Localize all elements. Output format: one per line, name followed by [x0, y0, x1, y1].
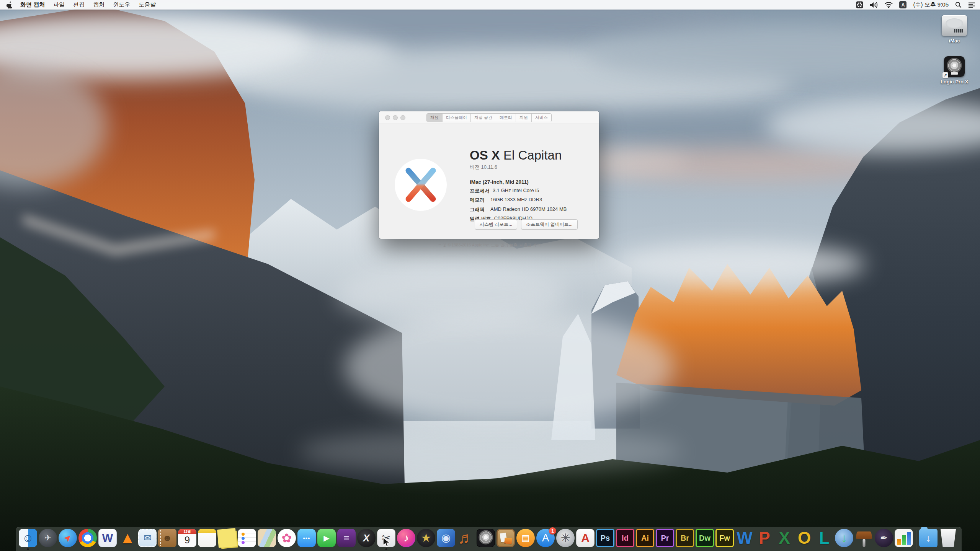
dock-excel[interactable]: X	[775, 529, 794, 550]
downloads-folder-icon: ↓	[919, 529, 938, 547]
window-body: OS X El Capitan 버전 10.11.6 iMac (27-inch…	[379, 124, 599, 239]
dreamweaver-glyph: Dw	[699, 534, 710, 542]
dock-chrome[interactable]	[78, 529, 97, 550]
os-version: 버전 10.11.6	[470, 164, 592, 171]
itunes-icon: ♪	[397, 529, 415, 547]
dock-pages[interactable]: ✒	[874, 529, 893, 550]
tab-overview[interactable]: 개요	[427, 114, 443, 122]
dock-lync[interactable]: L	[815, 529, 834, 550]
dock-photos[interactable]: ✿	[277, 529, 296, 550]
tab-storage[interactable]: 저장 공간	[471, 114, 496, 122]
dock-garageband[interactable]: ♬	[456, 529, 475, 550]
dock-indesign[interactable]: Id	[616, 529, 635, 550]
dock-premiere[interactable]: Pr	[655, 529, 675, 550]
volume-menu-icon[interactable]	[870, 2, 878, 8]
launchpad-glyph: ✈	[44, 534, 51, 542]
mac-model: iMac (27-inch, Mid 2011)	[470, 179, 592, 185]
tab-memory[interactable]: 메모리	[496, 114, 516, 122]
dock-dreamweaver[interactable]: Dw	[695, 529, 714, 550]
mail-icon: ✉	[138, 529, 157, 547]
desktop-icon-imac-hd[interactable]: iMac	[933, 15, 975, 44]
notification-center-menu-icon[interactable]	[968, 2, 975, 8]
dock-stickies[interactable]	[217, 529, 237, 550]
dock-app-store[interactable]: A1	[536, 529, 555, 550]
dock-system-preferences[interactable]: ✳	[556, 529, 575, 550]
dock-keynote[interactable]	[854, 529, 874, 550]
dock-bridge[interactable]: Br	[675, 529, 694, 550]
zoom-button[interactable]	[400, 115, 405, 120]
dock-fireworks[interactable]: Fw	[715, 529, 734, 550]
acrobat-reader-icon: A	[576, 529, 595, 547]
menu-app-name[interactable]: 화면 캡처	[16, 1, 49, 8]
dock-toast[interactable]: ≡	[337, 529, 356, 550]
garageband-glyph: ♬	[458, 530, 474, 546]
desktop-icon-logic-pro-x[interactable]: ➚ Logic Pro X	[933, 56, 975, 85]
contacts-icon: ☻	[158, 529, 176, 547]
pages-icon: ✒	[875, 529, 893, 547]
bridge-glyph: Br	[681, 534, 689, 542]
tab-support[interactable]: 지원	[516, 114, 532, 122]
dock-calendar[interactable]: 912월	[178, 529, 197, 550]
menu-window[interactable]: 윈도우	[109, 1, 134, 8]
imovie-icon: ★	[417, 529, 435, 547]
system-preferences-icon: ✳	[556, 529, 575, 547]
menu-file[interactable]: 파일	[49, 1, 69, 8]
tab-service[interactable]: 서비스	[532, 114, 551, 122]
menu-edit[interactable]: 편집	[69, 1, 89, 8]
dock-trash[interactable]	[939, 529, 958, 550]
dock-itunes[interactable]: ♪	[397, 529, 416, 550]
dock-vlc[interactable]: ▲	[118, 529, 137, 550]
dock-idvd[interactable]: ◉	[436, 529, 456, 550]
dock-powerpoint[interactable]: P	[755, 529, 774, 550]
software-update-button[interactable]: 소프트웨어 업데이트...	[521, 219, 577, 230]
dock-mail[interactable]: ✉	[138, 529, 157, 550]
screen-recorder-menu-icon[interactable]	[856, 1, 863, 8]
dock-contacts[interactable]: ☻	[158, 529, 177, 550]
menu-capture[interactable]: 캡처	[89, 1, 109, 8]
dock-acrobat-reader[interactable]: A	[576, 529, 595, 550]
dock-illustrator[interactable]: Ai	[635, 529, 655, 550]
dock-logic-pro[interactable]	[476, 529, 495, 550]
fireworks-icon: Fw	[715, 529, 734, 547]
apple-menu[interactable]	[5, 1, 14, 9]
tab-displays[interactable]: 디스플레이	[443, 114, 471, 122]
dock-numbers[interactable]	[894, 529, 913, 550]
contacts-glyph: ☻	[162, 533, 172, 543]
dock-maps[interactable]	[257, 529, 276, 550]
spotlight-menu-icon[interactable]	[955, 2, 962, 8]
wifi-menu-icon[interactable]	[885, 2, 893, 8]
dock-webhard[interactable]: W	[98, 529, 117, 550]
dock-corkboard-app[interactable]	[496, 529, 515, 550]
ibooks-icon: ▤	[516, 529, 535, 547]
dock-facetime[interactable]: ▶	[317, 529, 336, 550]
menu-help[interactable]: 도움말	[134, 1, 160, 8]
dock-outlook[interactable]: O	[795, 529, 814, 550]
dock-photoshop[interactable]: Ps	[596, 529, 615, 550]
about-buttons: 시스템 리포트... 소프트웨어 업데이트...	[475, 219, 578, 230]
dock-safari[interactable]: ➤	[58, 529, 77, 550]
dock-notes[interactable]	[198, 529, 217, 550]
messages-glyph: •••	[303, 535, 310, 541]
menu-bar-clock[interactable]: (수) 오후 9:05	[913, 1, 949, 8]
dock-separator	[916, 530, 916, 549]
dock-finder[interactable]: ☺	[18, 529, 38, 550]
minimize-button[interactable]	[393, 115, 398, 120]
dreamweaver-icon: Dw	[696, 529, 714, 547]
system-report-button[interactable]: 시스템 리포트...	[475, 219, 517, 230]
close-button[interactable]	[385, 115, 390, 120]
dock-ibooks[interactable]: ▤	[516, 529, 535, 550]
dock-word[interactable]: W	[735, 529, 754, 550]
dock-downloads-folder[interactable]: ↓	[919, 529, 938, 550]
menu-items: 파일편집캡처윈도우도움말	[49, 1, 160, 8]
outlook-glyph: O	[798, 530, 811, 546]
window-titlebar[interactable]: 개요디스플레이저장 공간메모리지원서비스	[379, 111, 599, 124]
dock-x-media-player[interactable]: X	[357, 529, 376, 550]
input-source-menu[interactable]: A	[899, 1, 906, 8]
dock-web-downloader[interactable]: ↓	[835, 529, 854, 550]
web-downloader-glyph: ↓	[841, 532, 847, 544]
photoshop-icon: Ps	[596, 529, 614, 547]
dock-reminders[interactable]	[237, 529, 256, 550]
dock-imovie[interactable]: ★	[416, 529, 436, 550]
dock-launchpad[interactable]: ✈	[38, 529, 57, 550]
dock-messages[interactable]: •••	[297, 529, 316, 550]
